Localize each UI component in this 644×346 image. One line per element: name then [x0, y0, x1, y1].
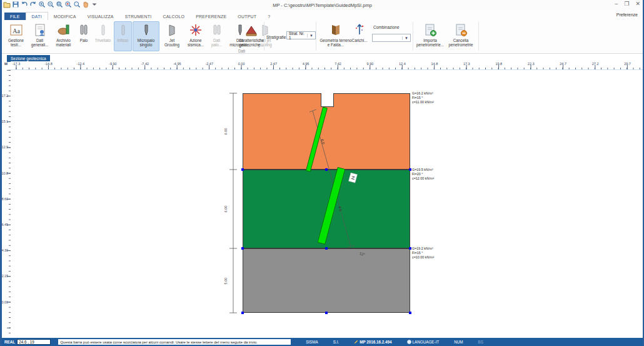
status-version: MP 2016.16.2.494 [354, 340, 391, 344]
ribbon-button-carichi[interactable]: Carichi... [351, 21, 368, 51]
combinazione-label: Combinazione [373, 25, 400, 29]
ribbon-button-gestione-testi[interactable]: AaGestione testi... [4, 21, 28, 51]
ribbon-tab-file[interactable]: FILE [4, 13, 26, 20]
coordinate-input[interactable] [17, 339, 51, 345]
wedge-icon [164, 22, 179, 38]
h-ruler-label: 19.8 [495, 62, 502, 66]
open-file-icon [3, 0, 11, 11]
ribbon-button-dati-generali[interactable]: Dati generali... [28, 21, 51, 51]
geotech-icon [244, 22, 259, 38]
h-ruler-label: -17.3 [13, 62, 21, 66]
ribbon-button-micropalo-singolo[interactable]: Micropalo singolo [133, 21, 159, 51]
micropile[interactable] [306, 107, 345, 244]
save-icon [12, 0, 19, 11]
doc-plus-icon [423, 22, 438, 38]
h-ruler-label: -7.42 [141, 62, 149, 66]
seismic-icon [188, 22, 203, 38]
status-units[interactable]: S.I. [333, 340, 339, 344]
coordinate-mode-label: REAL [4, 340, 15, 344]
materials-icon [56, 22, 71, 38]
combinazione-combo[interactable]: ▼ [372, 34, 411, 42]
open-file-button[interactable] [3, 1, 11, 9]
ribbon-tab-dati[interactable]: DATI [26, 12, 48, 20]
maximize-button[interactable]: ❐ [624, 1, 629, 7]
ribbon-button-jet-grouting[interactable]: Jet Grouting [160, 21, 184, 51]
pile-icon [96, 22, 111, 38]
ribbon-tab-visualizza[interactable]: VISUALIZZA [82, 13, 119, 20]
ribbon-tab-calcolo[interactable]: CALCOLO [157, 13, 190, 20]
ribbon-group-separator [478, 22, 479, 51]
zoom-previous-icon [73, 0, 81, 11]
horizontal-ruler-ticks [11, 65, 644, 69]
drawing-canvas[interactable]: G=16.2 kN/m³ Fi=15 ° c=11.00 kN/m²6.00G=… [11, 69, 644, 335]
ribbon-tab-output[interactable]: OUTPUT [232, 13, 262, 20]
ribbon-tab-strumenti[interactable]: STRUMENTI [119, 13, 158, 20]
ribbon-button-infisso[interactable]: Infisso [114, 21, 132, 51]
chevron-down-icon: ▼ [307, 34, 313, 38]
status-num-lock: NUM [454, 340, 463, 344]
h-ruler-label: 27.2 [592, 62, 599, 66]
pile-section-label: H [348, 173, 357, 183]
status-hint: Questa barra può essere usata come scorc… [58, 339, 291, 345]
ribbon-button-archivio-materiali[interactable]: Archivio materiali [52, 21, 75, 51]
h-ruler-label: -14.8 [44, 62, 53, 66]
v-ruler-label: 12.9 [2, 145, 8, 149]
zoom-previous-button[interactable] [73, 1, 81, 9]
preferences-link[interactable]: Preferenze [616, 13, 638, 17]
ribbon-tab-bar: FILEDATIMODIFICAVISUALIZZASTRUMENTICALCO… [2, 10, 643, 20]
redo-button[interactable] [29, 1, 37, 9]
piles-icon [76, 22, 91, 38]
zoom-out-button[interactable] [47, 1, 54, 9]
ribbon-button-trivellato[interactable]: Trivellato [93, 21, 113, 51]
status-language[interactable]: LANGUAGE-IT [407, 340, 440, 344]
pile-upper-dimension-label: 6.0 [320, 139, 325, 145]
h-ruler-label: 24.7 [560, 62, 566, 66]
pen-icon [354, 340, 358, 344]
pile-tip-label: 12° [359, 252, 366, 257]
ribbon-button-palo[interactable]: Palo [76, 21, 92, 51]
ribbon-group-separator [316, 22, 316, 51]
zoom-out-icon [47, 0, 54, 11]
zoom-window-button[interactable] [56, 1, 63, 9]
v-ruler-label: 10.8 [2, 171, 8, 175]
h-ruler-label: -4.95 [173, 62, 181, 66]
loads-icon [352, 22, 367, 38]
piles-icon [209, 22, 224, 38]
minimize-button[interactable]: – [615, 1, 618, 7]
zoom-in-icon [38, 0, 46, 11]
h-ruler-label: 7.42 [335, 62, 341, 66]
v-ruler-label: 2.15 [2, 274, 8, 278]
ribbon-tab-modifica[interactable]: MODIFICA [48, 13, 82, 20]
zoom-extents-icon [64, 0, 72, 11]
chevron-down-icon: ▼ [402, 36, 408, 40]
ribbon-button-cancella-penetrometrie[interactable]: Cancella penetrometrie [446, 21, 476, 51]
ribbon-tab-preferenze[interactable]: PREFERENZE [190, 13, 232, 20]
ribbon-button-geometria-terreno-falda[interactable]: Geometria terreno e Falda... [318, 21, 353, 51]
pan-icon [82, 0, 89, 11]
save-button[interactable] [12, 1, 19, 9]
undo-button[interactable] [21, 1, 28, 9]
v-ruler-label: 8.60 [2, 197, 8, 201]
h-ruler-label: 0.00 [238, 62, 245, 66]
zoom-in-button[interactable] [38, 1, 46, 9]
zoom-extents-button[interactable] [64, 1, 72, 9]
ribbon-button-dati-palo[interactable]: Dati palo... [208, 21, 226, 51]
stratigrafie-combo[interactable]: Strat. Nr. 1 ▼ [286, 31, 316, 39]
stratigrafie-combo-value: Strat. Nr. 1 [289, 31, 307, 40]
toolbar-options-button[interactable] [91, 1, 98, 9]
h-ruler-label: 14.8 [431, 62, 438, 66]
close-button[interactable]: ✕ [635, 1, 640, 7]
layer-dimension-line [229, 93, 237, 313]
text-icon: Aa [9, 22, 24, 38]
h-ruler-label: -9.90 [109, 62, 117, 66]
ribbon-tab-?[interactable]: ? [262, 13, 276, 20]
h-ruler-label: -2.47 [205, 62, 213, 66]
ribbon-button-azione-sismica[interactable]: Azione sismica... [184, 21, 207, 51]
pile-lower-dimension-label: 4.5 [338, 206, 343, 212]
h-ruler-label: -12.4 [77, 62, 85, 66]
pan-button[interactable] [82, 1, 89, 9]
quick-access-toolbar [2, 1, 98, 9]
ribbon-button-caratteristiche-geotecniche[interactable]: Caratteristiche geotecniche... [238, 21, 265, 51]
status-sisma[interactable]: SISMA [306, 340, 318, 344]
ribbon-button-importa-penetrometrie[interactable]: Importa penetrometrie... [415, 21, 445, 51]
